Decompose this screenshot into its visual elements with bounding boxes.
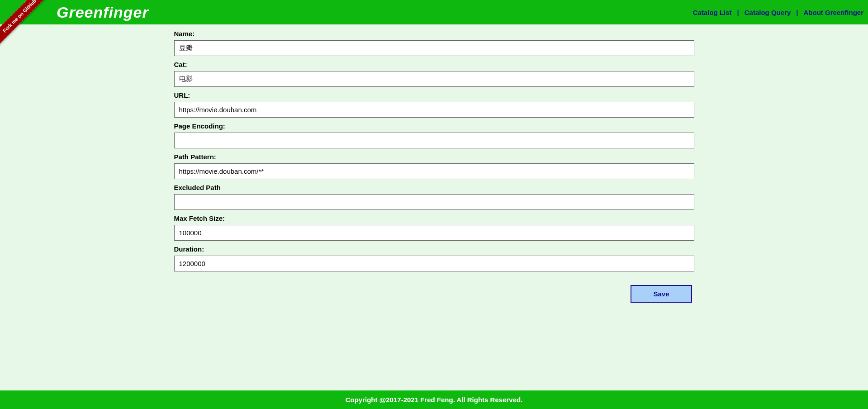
cat-input[interactable]	[174, 71, 694, 87]
header: Greenfinger Catalog List | Catalog Query…	[0, 0, 868, 24]
form-group-excluded-path: Excluded Path	[174, 184, 694, 210]
duration-input[interactable]	[174, 256, 694, 271]
page-encoding-label: Page Encoding:	[174, 122, 694, 130]
nav-separator: |	[737, 9, 739, 16]
content-wrapper: Name: Cat: URL: Page Encoding: Path Patt…	[0, 24, 868, 390]
form-group-duration: Duration:	[174, 245, 694, 271]
nav-separator: |	[796, 9, 798, 16]
name-label: Name:	[174, 30, 694, 38]
form-group-page-encoding: Page Encoding:	[174, 122, 694, 148]
duration-label: Duration:	[174, 245, 694, 253]
max-fetch-size-input[interactable]	[174, 225, 694, 241]
github-ribbon[interactable]: Fork me on GitHub	[0, 0, 54, 54]
page-encoding-input[interactable]	[174, 133, 694, 148]
copyright-text: Copyright @2017-2021 Fred Feng. All Righ…	[346, 396, 523, 404]
path-pattern-label: Path Pattern:	[174, 153, 694, 161]
footer: Copyright @2017-2021 Fred Feng. All Righ…	[0, 390, 868, 409]
url-input[interactable]	[174, 102, 694, 118]
form-container: Name: Cat: URL: Page Encoding: Path Patt…	[174, 24, 694, 390]
url-label: URL:	[174, 91, 694, 99]
form-group-max-fetch-size: Max Fetch Size:	[174, 214, 694, 241]
form-group-name: Name:	[174, 30, 694, 56]
form-group-cat: Cat:	[174, 61, 694, 87]
nav-catalog-query[interactable]: Catalog Query	[745, 9, 791, 16]
save-button[interactable]: Save	[631, 285, 692, 303]
form-group-path-pattern: Path Pattern:	[174, 153, 694, 179]
logo: Greenfinger	[57, 4, 149, 21]
form-group-url: URL:	[174, 91, 694, 118]
cat-label: Cat:	[174, 61, 694, 68]
max-fetch-size-label: Max Fetch Size:	[174, 214, 694, 222]
name-input[interactable]	[174, 40, 694, 56]
excluded-path-label: Excluded Path	[174, 184, 694, 191]
github-ribbon-label: Fork me on GitHub	[0, 0, 51, 47]
button-row: Save	[174, 285, 694, 303]
path-pattern-input[interactable]	[174, 163, 694, 179]
nav-links: Catalog List | Catalog Query | About Gre…	[693, 9, 863, 16]
excluded-path-input[interactable]	[174, 194, 694, 210]
nav-catalog-list[interactable]: Catalog List	[693, 9, 732, 16]
nav-about[interactable]: About Greenfinger	[803, 9, 863, 16]
